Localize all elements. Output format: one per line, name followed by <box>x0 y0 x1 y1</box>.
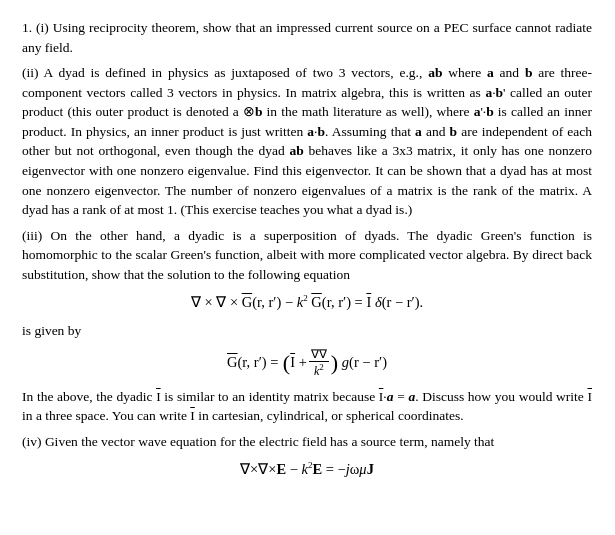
problem-number: 1. <box>22 20 32 35</box>
part-i-text: Using reciprocity theorem, show that an … <box>22 20 592 55</box>
bold-ab2: ab <box>290 143 304 158</box>
part-iv-paragraph: (iv) Given the vector wave equation for … <box>22 432 592 452</box>
bold-b2: b <box>255 104 263 119</box>
eq2-close-paren: ) <box>331 352 338 374</box>
eq2-I: I <box>290 354 295 370</box>
eq1-G1: G <box>242 294 252 310</box>
part-iii-paragraph: (iii) On the other hand, a dyadic is a s… <box>22 226 592 285</box>
eq3-content: ∇×∇×E − k2E = −jωμJ <box>240 459 374 480</box>
bold-b5: b <box>450 124 458 139</box>
math-btranspose: b <box>496 85 504 100</box>
is-given-by: is given by <box>22 321 592 341</box>
equation3-block: ∇×∇×E − k2E = −jωμJ <box>22 459 592 480</box>
part-iv-prefix: (iv) <box>22 434 45 449</box>
eq2-fraction: ∇∇ k2 <box>309 347 329 379</box>
dyadic-I1: I <box>156 389 161 404</box>
eq3-E2: E <box>313 461 323 477</box>
bold-b1: b <box>525 65 533 80</box>
part-iii-prefix: (iii) <box>22 228 51 243</box>
eq2-rhs: g(r − r′) <box>338 352 387 373</box>
problem-header: 1. (i) Using reciprocity theorem, show t… <box>22 18 592 57</box>
eq2-open-paren: ( <box>278 352 290 374</box>
eq1-k2: k2 <box>297 294 308 310</box>
dyadic-I4: I <box>190 408 195 423</box>
bold-a4: a <box>408 389 415 404</box>
bold-a3: a <box>387 389 394 404</box>
part-iii-text2-paragraph: In the above, the dyadic I is similar to… <box>22 387 592 426</box>
dyadic-I3: I <box>588 389 593 404</box>
eq2-numerator: ∇∇ <box>309 347 329 362</box>
eq2-G: G <box>227 354 237 370</box>
bold-a2: a <box>415 124 422 139</box>
eq2-denominator: k2 <box>312 362 326 378</box>
eq1-I: I <box>366 294 371 310</box>
dyadic-I2: I <box>379 389 384 404</box>
equation2-block: G(r, r′) = ( I + ∇∇ k2 ) g(r − r′) <box>22 347 592 379</box>
eq2-lhs: G(r, r′) = <box>227 352 278 373</box>
math-b3: b <box>486 104 494 119</box>
bold-a1: a <box>487 65 494 80</box>
eq1-content: ∇ × ∇ × G(r, r′) − k2 G(r, r′) = I δ(r −… <box>191 292 423 313</box>
equation1-block: ∇ × ∇ × G(r, r′) − k2 G(r, r′) = I δ(r −… <box>22 292 592 313</box>
eq1-G2: G <box>311 294 321 310</box>
eq3-J: J <box>367 461 374 477</box>
math-b4: b <box>317 124 325 139</box>
eq1-delta: δ(r − r′). <box>375 294 423 310</box>
math-prime1: ' <box>503 85 505 100</box>
tensor-symbol: ⊗ <box>243 104 255 119</box>
part-i-prefix: (i) <box>36 20 53 35</box>
bold-ab: ab <box>428 65 442 80</box>
part-ii-prefix: (ii) <box>22 65 44 80</box>
part-ii-paragraph: (ii) A dyad is defined in physics as jux… <box>22 63 592 220</box>
eq2-I-term: I + <box>290 352 307 373</box>
eq3-E: E <box>276 461 286 477</box>
page-content: 1. (i) Using reciprocity theorem, show t… <box>22 18 592 480</box>
